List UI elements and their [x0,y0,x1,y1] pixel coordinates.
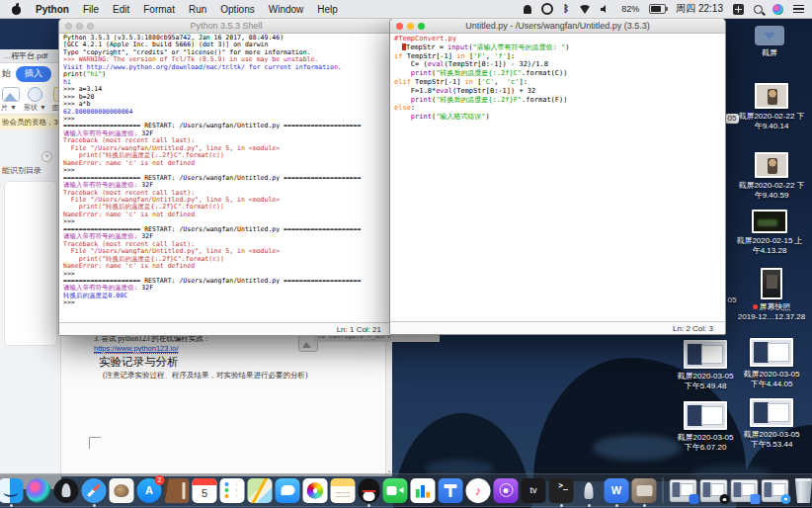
desktop-icon[interactable]: 截屏2020-02-22 下 午9.40.59 [727,152,812,200]
menu-window[interactable]: Window [269,4,304,15]
wps-ribbon-tabs: 始 插入 [0,63,63,84]
document-page[interactable]: 3. 尝试 python123 的在线编程实践： https://www.pyt… [61,332,392,476]
screenshot-thumbnail[interactable] [755,83,788,109]
desktop-icon[interactable]: 截屏 [725,26,812,58]
code-line: if TempStr[-1] in ['F', 'f']: [394,52,721,61]
menu-python[interactable]: Python [36,4,69,15]
input-method-icon[interactable] [733,4,744,15]
wps-ribbon-toolbar: 片 ▼ 形状 ▼ 图 [0,84,61,115]
running-indicator-dot [10,504,13,507]
desktop-icon-label: 截屏2020-02-15 上 午4.13.28 [736,236,802,255]
python-editor-window[interactable]: Untitled.py - /Users/wangfan/Untitled.py… [389,18,726,335]
screenshot-thumbnail[interactable] [755,152,788,178]
shell-titlebar[interactable]: Python 3.5.3 Shell [59,19,393,34]
menu-bar-clock[interactable]: 周四 22:13 [676,2,723,16]
wifi-icon[interactable] [579,5,591,14]
close-icon[interactable] [41,151,52,162]
folder-stack-icon[interactable] [755,26,784,45]
volume-icon[interactable] [601,5,611,14]
code-line: 转换后的温度是0.00C [63,293,389,299]
dock-icon-dictionary[interactable] [165,478,190,503]
dock-icon-facetime[interactable] [383,478,408,503]
document-scrollbar[interactable] [385,332,392,476]
menu-file[interactable]: File [83,4,99,15]
screenshot-thumbnail[interactable] [752,210,787,233]
desktop-icon[interactable]: 截屏2020-02-22 下 午9.40.14 [727,83,812,130]
editor-titlebar[interactable]: Untitled.py - /Users/wangfan/Untitled.py… [390,19,725,34]
wps-document-tab[interactable]: …程平台.pdf [0,49,61,63]
wps-sidebar: 能识别目录 [0,129,61,475]
dock-icon-siri[interactable] [27,478,51,503]
siri-menu-icon[interactable] [772,4,783,15]
code-line: TempStr = input("请输入带有符号的温度值: ") [394,43,721,52]
spotlight-search-icon[interactable] [754,5,763,14]
code-line: 62.800000000000004 [63,109,389,116]
code-line: >>> a=3.14 [63,86,389,93]
bell-icon[interactable] [524,5,531,14]
notification-center-icon[interactable] [793,5,804,13]
menu-run[interactable]: Run [189,4,206,15]
insert-shape-icon[interactable] [28,87,42,102]
qq-badge-icon [720,494,730,504]
dock-icon-maps[interactable] [248,478,273,503]
dock-icon-wps-office[interactable]: W [605,478,629,503]
desktop-icon[interactable]: 截屏2020-03-05 下午6.07.20 [661,401,750,452]
dock-icon-messages[interactable] [276,478,300,503]
dock-icon-calendar[interactable]: 5 [193,478,217,503]
menu-bar-status: ᛒ 82% 周四 22:13 [524,2,812,16]
dock-icon-reminders[interactable] [220,478,245,503]
dock-icon-python-idle[interactable] [577,478,602,503]
dock-icon-minimized-document[interactable] [731,479,759,502]
screenshot-thumbnail[interactable] [750,338,793,367]
dock-icon-finder[interactable] [0,478,24,503]
dock-icon-app-store[interactable]: A2 [137,478,162,503]
dock-icon-preview[interactable] [110,478,134,503]
desktop-icon[interactable]: 截屏2020-03-05 下午5.49.48 [661,340,750,390]
dock-icon-keynote[interactable] [439,478,463,503]
dock-icon-terminal[interactable]: >_ [549,478,574,503]
python-shell-window[interactable]: Python 3.5.3 Shell Python 3.5.3 (v3.5.3:… [58,18,394,336]
dock-icon-minimized-qq-window[interactable] [700,479,728,502]
apple-menu-icon[interactable] [12,3,22,15]
dock-icon-trash[interactable] [794,477,812,503]
picture-button-label: 片 ▼ [1,103,17,113]
ribbon-tab-home[interactable]: 始 [2,67,11,80]
dock-icon-numbers[interactable] [411,478,436,503]
dock: A25♪tv>_W [0,473,812,507]
ribbon-tab-insert[interactable]: 插入 [16,66,51,82]
dock-icon-notes[interactable] [331,478,356,503]
menu-format[interactable]: Format [143,4,175,15]
screenshot-thumbnail[interactable] [761,268,782,299]
bluetooth-icon[interactable]: ᛒ [563,4,569,14]
dock-icon-minimized-safari-window[interactable] [762,479,789,502]
running-indicator-dot [588,504,591,507]
insert-picture-icon[interactable] [2,87,20,102]
battery-icon[interactable] [649,4,666,14]
document-hyperlink[interactable]: https://www.python123.io/ [94,344,178,354]
menu-bar-left: PythonFileEditFormatRunOptionsWindowHelp [0,3,338,15]
dock-icon-launchpad[interactable] [54,478,79,503]
screenshot-thumbnail[interactable] [750,398,793,427]
safari-badge-icon [781,494,791,504]
dock-icon-safari[interactable] [82,478,107,503]
dock-icon-photos[interactable] [303,478,328,503]
dock-icon-podcasts[interactable] [494,478,519,503]
menu-edit[interactable]: Edit [113,4,129,15]
shell-output[interactable]: Python 3.5.3 (v3.5.3:1880cb95a742, Jan 1… [59,34,393,322]
dock-icon-qq[interactable] [359,478,380,503]
calendar-glyph: 5 [202,488,207,499]
desktop-icon[interactable]: 截屏2020-02-15 上 午4.13.28 [725,210,812,255]
desktop-icon-label: 05 [725,114,740,124]
dock-icon-screenshot-app[interactable] [632,478,657,503]
shell-line-col-indicator: Ln: 1 Col: 21 [337,325,381,334]
dock-icon-apple-tv[interactable]: tv [522,478,546,503]
camera-utility-icon[interactable] [541,3,553,15]
menu-help[interactable]: Help [317,4,338,15]
editor-code-area[interactable]: #TempConvert.py TempStr = input("请输入带有符号… [390,34,725,321]
menu-options[interactable]: Options [220,4,254,15]
dock-icon-music[interactable]: ♪ [466,478,491,503]
dock-icon-minimized-wps-doc[interactable] [670,479,697,502]
screenshot-thumbnail[interactable] [684,340,727,369]
code-line: >>> [63,299,389,306]
screenshot-thumbnail[interactable] [684,401,727,430]
